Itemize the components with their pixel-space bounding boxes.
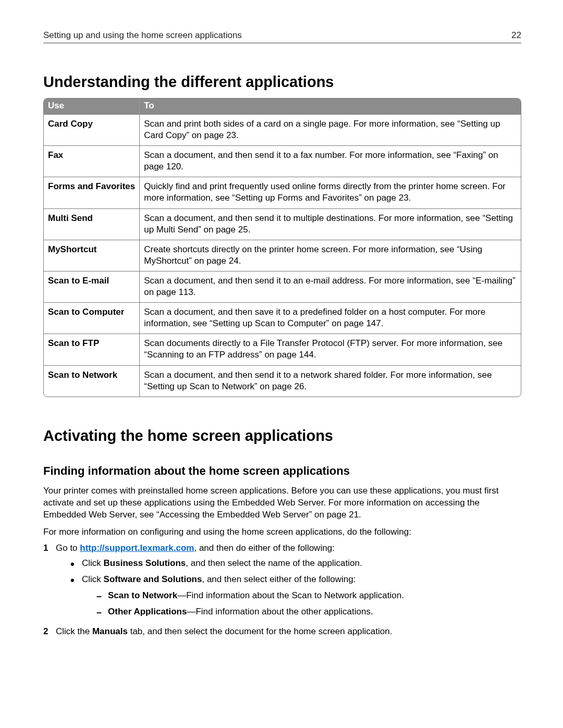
applications-table: Use To Card Copy Scan and print both sid… [43, 98, 521, 397]
step-1: 1 Go to http://support.lexmark.com, and … [43, 543, 521, 622]
cell-use: Multi Send [44, 208, 140, 240]
cell-to: Scan documents directly to a File Transf… [140, 334, 521, 365]
page-header: Setting up and using the home screen app… [43, 30, 521, 43]
cell-use: Scan to Network [44, 365, 140, 397]
cell-to: Scan a document, and then save it to a p… [140, 302, 521, 334]
dash-list: Scan to Network—Find information about t… [96, 590, 521, 618]
bullet-text: Click [82, 574, 104, 584]
table-header-row: Use To [44, 98, 521, 114]
dash-text: —Find information about the Scan to Netw… [177, 590, 404, 600]
section-heading-applications: Understanding the different applications [43, 73, 521, 91]
paragraph: For more information on configuring and … [43, 526, 521, 538]
cell-to: Scan a document, and then send it to an … [140, 271, 521, 302]
cell-use: Card Copy [44, 114, 140, 145]
table-row: MyShortcut Create shortcuts directly on … [44, 240, 521, 271]
table-row: Multi Send Scan a document, and then sen… [44, 208, 521, 240]
cell-use: MyShortcut [44, 240, 140, 271]
step-number: 2 [43, 626, 54, 637]
cell-use: Scan to E-mail [44, 271, 140, 302]
table-row: Scan to Computer Scan a document, and th… [44, 302, 521, 334]
dash-bold: Other Applications [108, 607, 187, 616]
dash-item: Scan to Network—Find information about t… [96, 590, 521, 602]
step-text: Click the [56, 626, 92, 636]
bullet-list: Click Business Solutions, and then selec… [70, 558, 521, 618]
table-row: Scan to FTP Scan documents directly to a… [44, 334, 521, 365]
cell-to: Quickly find and print frequently used o… [140, 177, 521, 208]
dash-item: Other Applications—Find information abou… [96, 606, 521, 618]
bullet-bold: Software and Solutions [104, 574, 202, 584]
cell-to: Scan a document, and then send it to a n… [140, 365, 521, 397]
dash-text: —Find information about the other applic… [187, 607, 373, 616]
steps-list: 1 Go to http://support.lexmark.com, and … [43, 543, 521, 637]
cell-use: Scan to FTP [44, 334, 140, 365]
bullet-text: Click [82, 558, 104, 568]
page-number: 22 [511, 30, 521, 41]
step-content: Click the Manuals tab, and then select t… [56, 626, 521, 637]
step-text: tab, and then select the document for th… [128, 626, 393, 636]
subsection-heading-finding: Finding information about the home scree… [43, 464, 521, 478]
col-header-to: To [140, 98, 521, 114]
step-text: , and then do either of the following: [194, 543, 334, 553]
table-row: Fax Scan a document, and then send it to… [44, 145, 521, 177]
bullet-bold: Business Solutions [104, 558, 186, 568]
step-2: 2 Click the Manuals tab, and then select… [43, 626, 521, 637]
support-link[interactable]: http://support.lexmark.com [80, 543, 194, 553]
step-text: Go to [56, 543, 80, 553]
dash-bold: Scan to Network [108, 590, 177, 600]
cell-to: Scan a document, and then send it to mul… [140, 208, 521, 240]
table-row: Forms and Favorites Quickly find and pri… [44, 177, 521, 208]
table-row: Scan to Network Scan a document, and the… [44, 365, 521, 397]
header-title: Setting up and using the home screen app… [43, 30, 242, 41]
bullet-item: Click Software and Solutions, and then s… [70, 574, 521, 618]
cell-to: Scan a document, and then send it to a f… [140, 145, 521, 177]
step-content: Go to http://support.lexmark.com, and th… [56, 543, 521, 622]
section-heading-activating: Activating the home screen applications [43, 427, 521, 445]
step-number: 1 [43, 543, 54, 622]
bullet-text: , and then select either of the followin… [202, 574, 356, 584]
cell-use: Forms and Favorites [44, 177, 140, 208]
cell-use: Fax [44, 145, 140, 177]
cell-to: Create shortcuts directly on the printer… [140, 240, 521, 271]
document-page: Setting up and using the home screen app… [0, 0, 563, 728]
paragraph: Your printer comes with preinstalled hom… [43, 485, 521, 521]
cell-to: Scan and print both sides of a card on a… [140, 114, 521, 145]
step-bold: Manuals [92, 626, 128, 636]
table-row: Card Copy Scan and print both sides of a… [44, 114, 521, 145]
col-header-use: Use [44, 98, 140, 114]
cell-use: Scan to Computer [44, 302, 140, 334]
table-row: Scan to E-mail Scan a document, and then… [44, 271, 521, 302]
bullet-item: Click Business Solutions, and then selec… [70, 558, 521, 570]
bullet-text: , and then select the name of the applic… [186, 558, 362, 568]
